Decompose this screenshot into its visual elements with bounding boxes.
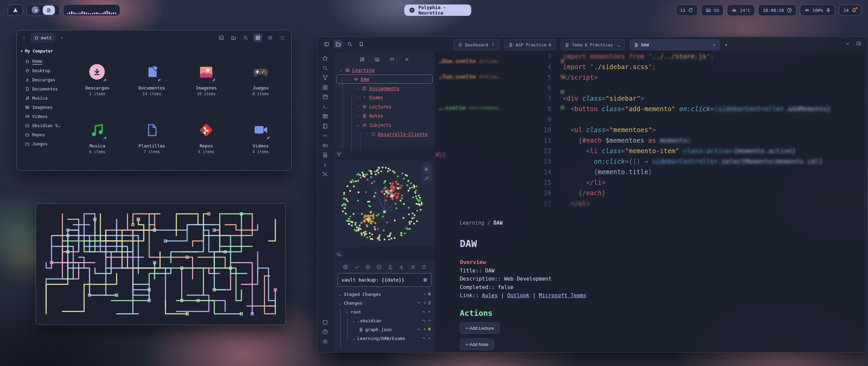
dock[interactable] xyxy=(26,4,60,16)
new-folder-icon[interactable] xyxy=(229,33,238,42)
ribbon-gear-icon[interactable] xyxy=(322,339,328,345)
back-button[interactable]: ‹ xyxy=(21,35,27,41)
ribbon-book-icon[interactable] xyxy=(322,123,328,129)
stage-icon[interactable]: + xyxy=(428,318,431,323)
file-item-musica[interactable]: Musica6 items xyxy=(70,109,125,167)
panel-right-icon[interactable] xyxy=(856,41,861,46)
tree-item-learning[interactable]: ⌄Learning xyxy=(334,65,435,75)
sidebar-item-juegos[interactable]: Juegos xyxy=(21,139,69,148)
sort-icon[interactable] xyxy=(389,57,395,62)
media-widget[interactable]: Polyphia - Neurotica xyxy=(404,4,471,16)
git-row-actions[interactable]: + xyxy=(422,336,431,341)
ribbon-question-icon[interactable] xyxy=(322,329,328,335)
sidebar-item-musica[interactable]: Musica xyxy=(21,94,69,103)
check-icon[interactable] xyxy=(354,264,359,270)
search-icon[interactable] xyxy=(241,33,250,42)
tree-item-lectures[interactable]: ›Lectures xyxy=(334,102,435,111)
git-row-actions[interactable]: +2 xyxy=(417,301,431,305)
chevron-right-icon[interactable]: › xyxy=(356,95,360,100)
discard-icon[interactable] xyxy=(422,336,426,340)
pull-icon[interactable] xyxy=(399,264,404,270)
link-outlook[interactable]: Outlook xyxy=(507,292,529,299)
new-tab-button[interactable]: + xyxy=(725,42,728,48)
new-folder-icon[interactable] xyxy=(374,57,380,62)
sidebar-item-repos[interactable]: Repos xyxy=(21,130,69,139)
ribbon-dollar-icon[interactable]: $ xyxy=(322,162,328,168)
tab-tema-6-pr-cticas-[interactable]: Tema 6 Prácticas -… xyxy=(560,39,625,50)
new-note-icon[interactable] xyxy=(359,57,365,62)
grid-view-icon[interactable] xyxy=(253,33,262,42)
sidebar-item-imagenes[interactable]: Imagenes xyxy=(21,103,69,112)
chevron-down-icon[interactable]: ⌄ xyxy=(352,337,355,340)
stage-all-icon[interactable] xyxy=(365,264,371,270)
tree-item-desarrollo-cliente[interactable]: ›Desarrollo-Cliente xyxy=(334,129,435,139)
refresh-icon[interactable] xyxy=(421,264,427,270)
stage-icon[interactable]: + xyxy=(428,309,431,314)
unstage-all-icon[interactable] xyxy=(376,264,382,270)
tree-item-daw[interactable]: ⌄DAW xyxy=(336,75,433,84)
discard-icon[interactable] xyxy=(422,310,426,314)
chevron-down-icon[interactable] xyxy=(845,41,850,46)
git-row-root[interactable]: ⌄root+ xyxy=(334,307,435,316)
ribbon-terminal-icon[interactable] xyxy=(322,104,328,110)
close-tab-icon[interactable]: ✕ xyxy=(713,42,715,47)
file-item-descargas[interactable]: Descargas2 items xyxy=(70,51,125,109)
file-item-documentos[interactable]: Documentos14 items xyxy=(125,51,179,109)
file-item-imagenes[interactable]: Imagenes10 items xyxy=(179,51,234,109)
sidebar-item-descargas[interactable]: Descargas xyxy=(21,75,69,84)
ribbon-codepct-icon[interactable]: <% xyxy=(322,133,328,139)
ribbon-gamepad-icon[interactable] xyxy=(322,142,328,148)
notes-app-icon[interactable] xyxy=(43,5,55,15)
graph-view-panel[interactable] xyxy=(334,160,435,247)
discard-icon[interactable] xyxy=(422,319,426,323)
chevron-down-icon[interactable]: ⌄ xyxy=(338,292,342,296)
commit-message-input[interactable]: vault backup: {{date}} xyxy=(338,273,431,287)
gear-icon[interactable] xyxy=(424,167,429,172)
file-item-repos[interactable]: Repos6 items xyxy=(179,109,234,167)
sidebar-item-documentos[interactable]: Documentos xyxy=(21,84,69,94)
tree-item-exams[interactable]: ›Exams xyxy=(334,93,435,102)
git-row--obsidian[interactable]: ⌄.obsidian+ xyxy=(334,316,435,325)
tree-item-notes[interactable]: ›Notes xyxy=(334,111,435,120)
stage-icon[interactable]: + xyxy=(428,336,431,341)
chevron-right-icon[interactable]: › xyxy=(356,104,360,109)
button--add-note[interactable]: + Add Note xyxy=(460,339,494,350)
breadcrumb-folder[interactable]: Learning xyxy=(460,220,484,226)
unstage-icon[interactable]: — xyxy=(423,292,426,297)
bookmark-icon[interactable] xyxy=(357,40,366,48)
button--add-lecture[interactable]: + Add Lecture xyxy=(460,322,500,334)
ribbon-box-icon[interactable] xyxy=(322,319,328,325)
panel-left-icon[interactable] xyxy=(322,40,331,48)
sidebar-item-desktop[interactable]: Desktop xyxy=(21,66,69,75)
push-icon[interactable] xyxy=(388,264,393,270)
launcher-button[interactable] xyxy=(7,4,23,16)
clear-icon[interactable] xyxy=(423,278,428,282)
chevron-down-icon[interactable]: ⌄ xyxy=(356,123,360,127)
ribbon-calendar-icon[interactable] xyxy=(322,94,328,100)
ribbon-search-icon[interactable] xyxy=(322,65,328,71)
chevron-down-icon[interactable]: ⌄ xyxy=(339,68,343,72)
chevron-down-icon[interactable]: ⌄ xyxy=(348,77,351,81)
sidebar-item-videos[interactable]: Videos xyxy=(21,112,69,121)
sidebar-item-home[interactable]: Home xyxy=(21,57,69,66)
chevron-right-icon[interactable]: › xyxy=(356,86,360,90)
git-row-actions[interactable]: + xyxy=(422,318,431,323)
git-row-actions[interactable]: + xyxy=(422,309,431,314)
changelist-icon[interactable] xyxy=(410,264,415,270)
stage-icon[interactable]: + xyxy=(423,327,426,332)
discard-icon[interactable] xyxy=(417,301,421,305)
tab-daw[interactable]: DAW✕ xyxy=(630,39,720,50)
file-item-videos[interactable]: Videos4 items xyxy=(234,109,288,167)
sidebar-item-obsidianv[interactable]: Obsidian V… xyxy=(21,121,69,130)
git-view-button[interactable] xyxy=(334,250,343,259)
graph-local-button[interactable] xyxy=(334,150,343,158)
file-item-plantillas[interactable]: Plantillas7 items xyxy=(125,109,179,167)
terminal-icon[interactable] xyxy=(217,33,225,42)
chevron-right-icon[interactable]: › xyxy=(356,114,360,118)
chevron-right-icon[interactable]: › xyxy=(365,132,369,136)
stage-icon[interactable]: + xyxy=(423,301,426,305)
tab-dashboard[interactable]: Dashboard xyxy=(454,39,499,50)
folder-icon[interactable] xyxy=(334,40,342,48)
firefox-icon[interactable] xyxy=(32,6,40,14)
clock-widget[interactable]: 18:08:28 xyxy=(758,4,796,16)
